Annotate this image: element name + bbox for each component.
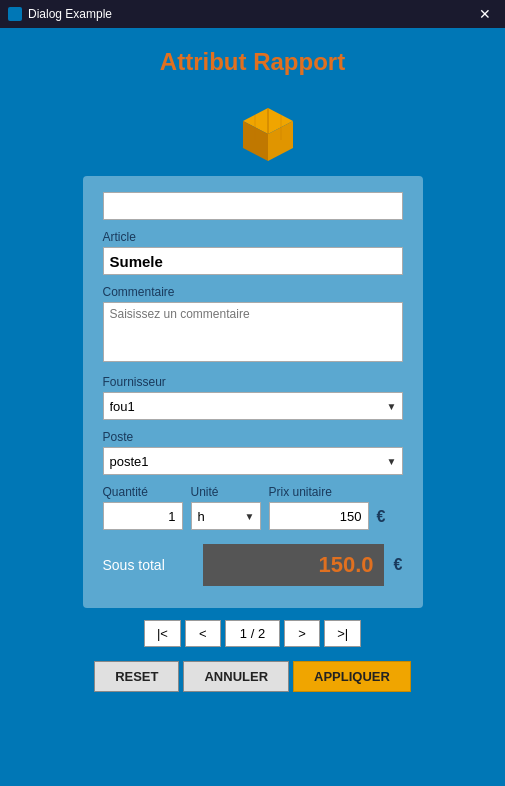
unite-label: Unité bbox=[191, 485, 261, 499]
sous-total-euro: € bbox=[394, 556, 403, 574]
nav-bar: |< < 1 / 2 > >| bbox=[144, 620, 361, 647]
form-card: Article Commentaire Fournisseur fou1 fou… bbox=[83, 176, 423, 608]
sous-total-label: Sous total bbox=[103, 557, 193, 573]
poste-select[interactable]: poste1 poste2 poste3 bbox=[103, 447, 403, 475]
annuler-button[interactable]: ANNULER bbox=[183, 661, 289, 692]
sous-total-value: 150.0 bbox=[203, 544, 384, 586]
unite-field: Unité h j m bbox=[191, 485, 261, 530]
unite-select[interactable]: h j m bbox=[191, 502, 261, 530]
title-highlight: Rapport bbox=[253, 48, 345, 75]
prix-euro: € bbox=[377, 508, 386, 526]
reset-button[interactable]: RESET bbox=[94, 661, 179, 692]
title-bar: Dialog Example ✕ bbox=[0, 0, 505, 28]
app-icon bbox=[8, 7, 22, 21]
sous-total-row: Sous total 150.0 € bbox=[103, 544, 403, 586]
fournisseur-select-wrapper: fou1 fou2 fou3 bbox=[103, 392, 403, 420]
quantite-input[interactable] bbox=[103, 502, 183, 530]
quantite-label: Quantité bbox=[103, 485, 183, 499]
article-group: Article bbox=[103, 230, 403, 275]
nav-last-button[interactable]: >| bbox=[324, 620, 361, 647]
article-label: Article bbox=[103, 230, 403, 244]
nav-first-button[interactable]: |< bbox=[144, 620, 181, 647]
poste-group: Poste poste1 poste2 poste3 bbox=[103, 430, 403, 475]
prix-label: Prix unitaire bbox=[269, 485, 369, 499]
poste-label: Poste bbox=[103, 430, 403, 444]
fournisseur-label: Fournisseur bbox=[103, 375, 403, 389]
quantite-field: Quantité bbox=[103, 485, 183, 530]
poste-select-wrapper: poste1 poste2 poste3 bbox=[103, 447, 403, 475]
fournisseur-select[interactable]: fou1 fou2 fou3 bbox=[103, 392, 403, 420]
quantity-row: Quantité Unité h j m Prix unitaire bbox=[103, 485, 403, 530]
close-button[interactable]: ✕ bbox=[473, 4, 497, 24]
icon-area bbox=[203, 96, 303, 166]
action-bar: RESET ANNULER APPLIQUER bbox=[94, 661, 411, 692]
prix-euro-symbol: € bbox=[377, 508, 397, 530]
title-bar-title: Dialog Example bbox=[28, 7, 112, 21]
appliquer-button[interactable]: APPLIQUER bbox=[293, 661, 411, 692]
nav-page-indicator: 1 / 2 bbox=[225, 620, 280, 647]
nav-prev-button[interactable]: < bbox=[185, 620, 221, 647]
top-input[interactable] bbox=[103, 192, 403, 220]
prix-input[interactable] bbox=[269, 502, 369, 530]
commentaire-textarea[interactable] bbox=[103, 302, 403, 362]
title-static: Attribut bbox=[160, 48, 253, 75]
commentaire-group: Commentaire bbox=[103, 285, 403, 365]
article-input[interactable] bbox=[103, 247, 403, 275]
nav-next-button[interactable]: > bbox=[284, 620, 320, 647]
top-input-group bbox=[103, 192, 403, 220]
window: Dialog Example ✕ Attribut Rapport bbox=[0, 0, 505, 786]
title-bar-left: Dialog Example bbox=[8, 7, 112, 21]
fournisseur-group: Fournisseur fou1 fou2 fou3 bbox=[103, 375, 403, 420]
page-title: Attribut Rapport bbox=[160, 48, 345, 76]
commentaire-label: Commentaire bbox=[103, 285, 403, 299]
svg-rect-0 bbox=[10, 9, 20, 19]
prix-field: Prix unitaire bbox=[269, 485, 369, 530]
unite-select-wrapper: h j m bbox=[191, 502, 261, 530]
main-content: Attribut Rapport Article bbox=[0, 28, 505, 786]
box-icon bbox=[233, 96, 303, 166]
